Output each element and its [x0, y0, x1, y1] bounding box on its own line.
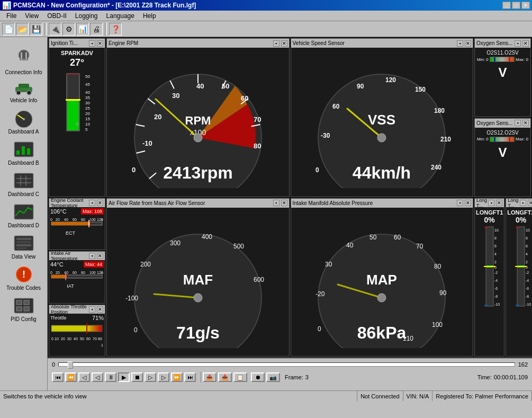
window-controls: _ □ × [502, 2, 530, 9]
slider-min: 0 [52, 361, 55, 368]
throttle-close-btn[interactable]: ✕ [97, 306, 103, 313]
chart-button[interactable]: 📊 [76, 23, 89, 35]
export-button[interactable]: 📤 [203, 372, 217, 382]
longft2-title: Long T... [508, 198, 519, 208]
vss-menu-btn[interactable]: ▪ [457, 40, 463, 47]
svg-text:60: 60 [73, 218, 77, 221]
ect-menu-btn[interactable]: ▪ [89, 200, 95, 206]
svg-text:80: 80 [98, 337, 102, 341]
menu-language[interactable]: Language [102, 11, 139, 21]
svg-text:0: 0 [50, 271, 52, 274]
longft2-label: LONGFT2 [507, 209, 532, 216]
longft1-gauge-svg: 10 8 6 4 2 0 -2 -4 -6 -8 -10 [476, 224, 503, 309]
sidebar-item-connection-info[interactable]: Connection Info [2, 45, 46, 77]
ignition-close-btn[interactable]: ✕ [97, 40, 103, 47]
svg-text:120: 120 [385, 76, 396, 84]
svg-text:60: 60 [332, 103, 340, 110]
new-button[interactable]: 📄 [2, 23, 15, 35]
sidebar-item-dashboard-b[interactable]: Dashboard B [2, 138, 46, 168]
longft1-menu-btn[interactable]: ▪ [488, 200, 494, 206]
menu-logging[interactable]: Logging [71, 11, 102, 21]
rec-button[interactable]: ⏺ [251, 372, 265, 382]
maximize-button[interactable]: □ [512, 2, 520, 9]
sidebar-item-pid-config[interactable]: PID Config [2, 294, 46, 324]
open-button[interactable]: 📂 [16, 23, 29, 35]
ignition-menu-btn[interactable]: ▪ [89, 40, 95, 47]
menu-file[interactable]: File [2, 11, 21, 21]
map-menu-btn[interactable]: ▪ [457, 200, 463, 206]
next-button[interactable]: ▷ [158, 372, 169, 382]
o2s11-close-btn[interactable]: ✕ [522, 40, 529, 47]
help-button[interactable]: ❓ [109, 23, 122, 35]
config-button[interactable]: ⚙ [62, 23, 75, 35]
svg-rect-171 [484, 227, 488, 228]
o2s12-close-btn[interactable]: ✕ [522, 120, 529, 126]
throttle-menu-btn[interactable]: ▪ [89, 306, 95, 313]
log-button[interactable]: 📋 [233, 372, 247, 382]
skip-end-button[interactable]: ⏭ [184, 372, 196, 382]
rewind-button[interactable]: ⏪ [65, 372, 77, 382]
o2s11-menu-btn[interactable]: ▪ [515, 40, 521, 47]
longft2-close-btn[interactable]: ✕ [528, 200, 532, 206]
play-button[interactable]: ▶ [118, 372, 130, 382]
svg-text:MAP: MAP [366, 272, 397, 288]
throttle-gauge-svg: 0 10 20 30 40 50 60 70 80 100 [50, 321, 103, 348]
fast-forward-button[interactable]: ⏩ [171, 372, 183, 382]
sidebar-item-data-view[interactable]: Data View [2, 232, 46, 262]
rpm-menu-btn[interactable]: ▪ [273, 40, 279, 47]
ect-max: Max: 108 [81, 208, 104, 215]
connect-button[interactable]: 🔌 [49, 23, 61, 35]
sidebar-item-dashboard-c[interactable]: Dashboard C [2, 169, 46, 199]
maf-close-btn[interactable]: ✕ [281, 200, 287, 206]
prev-slow-button[interactable]: ◁ [92, 372, 103, 382]
save-button[interactable]: 💾 [30, 23, 42, 35]
ect-close-btn[interactable]: ✕ [97, 200, 103, 206]
prev-button[interactable]: ◁ [78, 372, 90, 382]
sidebar-item-dashboard-d[interactable]: Dashboard D [2, 200, 46, 230]
right-bottom-panels: Long T... ▪ ✕ LONGFT1 0% 10 [474, 198, 531, 357]
camera-button[interactable]: 📷 [266, 372, 280, 382]
stop-button[interactable]: ⏹ [131, 372, 143, 382]
svg-text:5: 5 [85, 127, 88, 132]
maf-menu-btn[interactable]: ▪ [273, 200, 279, 206]
sidebar-item-trouble-codes[interactable]: ! Trouble Codes [2, 263, 46, 293]
close-button[interactable]: × [521, 2, 530, 9]
iat-max: Max: 44 [84, 261, 104, 268]
vss-title: Vehicle Speed Sensor [293, 40, 345, 46]
longft2-menu-btn[interactable]: ▪ [520, 200, 526, 206]
print-button[interactable]: 🖨 [90, 23, 103, 35]
rpm-close-btn[interactable]: ✕ [281, 40, 287, 47]
slider-thumb[interactable] [68, 361, 73, 369]
longft2-body: LONGFT2 0% 10 8 6 4 2 0 -2 -4 -6 [506, 207, 532, 357]
iat-menu-btn[interactable]: ▪ [89, 253, 95, 259]
menu-obd2[interactable]: OBD-II [43, 11, 71, 21]
menu-help[interactable]: Help [139, 11, 160, 21]
menu-view[interactable]: View [21, 11, 43, 21]
longft1-close-btn[interactable]: ✕ [496, 200, 502, 206]
svg-text:4: 4 [526, 252, 528, 256]
window-title: PCMSCAN - New Configuration* - [E:\2001 … [13, 2, 196, 9]
svg-text:80: 80 [81, 218, 85, 221]
svg-point-6 [16, 91, 21, 95]
svg-text:60: 60 [394, 234, 401, 241]
svg-rect-187 [516, 227, 519, 228]
next-slow-button[interactable]: ▷ [145, 372, 156, 382]
sidebar-item-dashboard-a[interactable]: Dashboard A [2, 106, 46, 137]
sidebar-item-vehicle-info[interactable]: Vehicle Info [2, 78, 46, 105]
status-bar: Switches to the vehicle info view Not Co… [0, 390, 532, 401]
pause-button[interactable]: ⏸ [105, 372, 116, 382]
svg-text:20: 20 [61, 337, 65, 341]
vss-close-btn[interactable]: ✕ [465, 40, 471, 47]
import-button[interactable]: 📥 [218, 372, 232, 382]
o2s12-menu-btn[interactable]: ▪ [515, 120, 521, 126]
map-close-btn[interactable]: ✕ [465, 200, 471, 206]
svg-text:10: 10 [494, 228, 499, 232]
svg-rect-28 [16, 300, 22, 305]
skip-start-button[interactable]: ⏮ [52, 372, 64, 382]
minimize-button[interactable]: _ [502, 2, 511, 9]
slider-track[interactable] [58, 362, 515, 367]
o2s11-min: Min: 0 [477, 57, 489, 62]
iat-close-btn[interactable]: ✕ [97, 253, 103, 259]
status-registered: Registered To: Palmer Performance [432, 391, 532, 401]
controls-sep [201, 372, 201, 383]
